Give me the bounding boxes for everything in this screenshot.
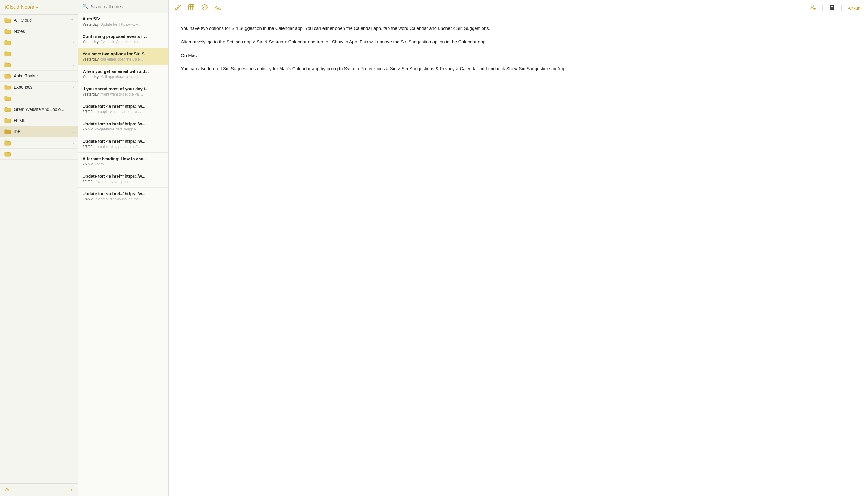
note-item-title: Update for: <a href="https://w... bbox=[82, 121, 164, 126]
note-item-date: Yesterday bbox=[82, 75, 98, 79]
sidebar-header: iCloud Notes ▾ bbox=[0, 0, 78, 15]
note-item-title: Confirming proposed events fr... bbox=[82, 34, 164, 39]
sidebar: iCloud Notes ▾ All iCloud⟳ Notes › › Ank… bbox=[0, 0, 78, 496]
note-list-item[interactable]: Auto 5G:YesterdayUpdate for: https://www… bbox=[78, 13, 169, 30]
note-list-item[interactable]: You have two options for Siri S...Yester… bbox=[78, 48, 169, 65]
note-paragraph: You can also turn off Siri Suggestions e… bbox=[181, 65, 856, 73]
svg-rect-9 bbox=[831, 6, 834, 10]
note-item-date: 2/4/22 bbox=[82, 180, 93, 184]
sidebar-item-label: All iCloud bbox=[14, 18, 69, 22]
note-list-item[interactable]: Update for: <a href="https://w...2/4/22-… bbox=[78, 170, 169, 188]
note-item-date: 2/7/22 bbox=[82, 145, 93, 149]
search-input[interactable] bbox=[91, 4, 164, 9]
format-icon[interactable]: Aa bbox=[215, 5, 221, 11]
note-item-meta: YesterdayEvents in Apps from kno... bbox=[82, 40, 164, 44]
table-icon[interactable] bbox=[188, 4, 195, 12]
user-chevron: ▾ bbox=[860, 6, 862, 10]
note-item-meta: Yesterdaymight want to set the <a ... bbox=[82, 92, 164, 96]
sidebar-item-folder-blank-4[interactable] bbox=[0, 93, 78, 104]
note-item-date: Yesterday bbox=[82, 40, 98, 44]
sidebar-item-folder-blank-5[interactable]: › bbox=[0, 137, 78, 149]
folder-icon bbox=[4, 151, 11, 157]
sidebar-item-label: Notes bbox=[14, 29, 74, 34]
notes-list-panel: 🔍 Auto 5G:YesterdayUpdate for: https://w… bbox=[78, 0, 169, 496]
folder-icon bbox=[4, 29, 11, 34]
note-item-meta: 2/7/22-to-uninstall-apps-on-mac/"... bbox=[82, 145, 164, 149]
note-item-date: 2/7/22 bbox=[82, 162, 93, 166]
folder-icon bbox=[4, 17, 11, 23]
loading-spinner-icon: ⟳ bbox=[71, 18, 74, 22]
note-item-date: Yesterday bbox=[82, 22, 98, 27]
note-item-preview: Update for: https://www.i... bbox=[100, 22, 142, 27]
note-list-item[interactable]: When you get an email with a d...Yesterd… bbox=[78, 65, 169, 83]
note-list-item[interactable]: Update for: <a href="https://w...2/7/22-… bbox=[78, 118, 169, 135]
trash-icon[interactable] bbox=[829, 4, 835, 12]
sidebar-item-label: HTML bbox=[14, 118, 74, 123]
note-item-title: Update for: <a href="https://w... bbox=[82, 174, 164, 179]
folder-icon bbox=[4, 84, 11, 90]
note-item-preview: <hr /> bbox=[94, 162, 104, 166]
user-label: Ankur bbox=[848, 5, 859, 11]
note-item-meta: YesterdayMail app shows a banner... bbox=[82, 75, 164, 79]
note-item-preview: -to-get-more-details-apps-... bbox=[94, 127, 139, 131]
app-title: iCloud Notes ▾ bbox=[5, 4, 38, 10]
folder-icon bbox=[4, 118, 11, 123]
sidebar-item-folder-blank-2[interactable] bbox=[0, 48, 78, 59]
sidebar-item-notes[interactable]: Notes bbox=[0, 26, 78, 37]
sidebar-item-all-icloud[interactable]: All iCloud⟳ bbox=[0, 15, 78, 26]
sidebar-item-great-website[interactable]: Great Website And Job o... bbox=[0, 104, 78, 115]
note-paragraph: Alternatively, go to the Settings app > … bbox=[181, 38, 856, 46]
compose-icon[interactable] bbox=[175, 4, 182, 12]
folder-icon bbox=[4, 95, 11, 101]
note-item-meta: 2/4/22-external-display-issues-ma-... bbox=[82, 197, 164, 201]
chevron-right-icon: › bbox=[73, 141, 74, 145]
note-item-date: 2/7/22 bbox=[82, 127, 93, 131]
sidebar-item-label: Great Website And Job o... bbox=[14, 107, 74, 112]
folder-icon bbox=[4, 129, 11, 135]
chevron-right-icon: › bbox=[73, 41, 74, 45]
sidebar-item-expenses[interactable]: Expenses› bbox=[0, 82, 78, 93]
sidebar-item-folder-blank-1[interactable]: › bbox=[0, 37, 78, 48]
note-item-title: You have two options for Siri S... bbox=[82, 51, 164, 56]
note-list-item[interactable]: Confirming proposed events fr...Yesterda… bbox=[78, 30, 169, 48]
toolbar-divider-2 bbox=[841, 5, 842, 12]
note-item-title: If you spend most of your day i... bbox=[82, 87, 164, 91]
note-item-preview: -external-display-issues-ma-... bbox=[94, 197, 143, 201]
note-item-preview: Mail app shows a banner... bbox=[100, 75, 143, 79]
svg-rect-0 bbox=[189, 4, 194, 10]
sidebar-item-idb[interactable]: iDB› bbox=[0, 126, 78, 137]
note-item-title: When you get an email with a d... bbox=[82, 69, 164, 74]
note-item-date: Yesterday bbox=[82, 92, 98, 96]
new-folder-icon[interactable]: + bbox=[70, 487, 73, 493]
sidebar-item-folder-blank-3[interactable]: › bbox=[0, 59, 78, 71]
note-list-item[interactable]: If you spend most of your day i...Yester… bbox=[78, 83, 169, 100]
note-list-item[interactable]: Update for: <a href="https://w...2/7/22-… bbox=[78, 100, 169, 118]
search-bar: 🔍 bbox=[78, 0, 169, 13]
sidebar-bottom: ⚙ + bbox=[0, 483, 78, 496]
note-item-date: 2/4/22 bbox=[82, 197, 93, 201]
app-title-chevron[interactable]: ▾ bbox=[36, 5, 38, 10]
note-list-item[interactable]: Update for: <a href="https://w...2/7/22-… bbox=[78, 135, 169, 153]
folder-icon bbox=[4, 51, 11, 56]
note-item-preview: -to-apple-watch-canned-re-... bbox=[94, 110, 141, 114]
note-item-date: 2/7/22 bbox=[82, 110, 93, 114]
settings-icon[interactable]: ⚙ bbox=[5, 487, 9, 493]
chevron-right-icon: › bbox=[73, 63, 74, 67]
note-list-item[interactable]: Alternate heading: How to cha...2/7/22<h… bbox=[78, 153, 169, 170]
folder-icon bbox=[4, 62, 11, 67]
chevron-right-icon: › bbox=[73, 85, 74, 90]
share-add-icon[interactable] bbox=[809, 4, 817, 12]
sidebar-item-ankurthakur[interactable]: AnkurThakur bbox=[0, 71, 78, 82]
note-item-title: Update for: <a href="https://w... bbox=[82, 104, 164, 109]
folder-icon bbox=[4, 107, 11, 112]
note-toolbar: Aa bbox=[169, 0, 868, 16]
note-item-meta: 2/4/22-favorites-safari-iphone-ipa-... bbox=[82, 180, 164, 184]
note-paragraph: You have two options for Siri Suggestion… bbox=[181, 25, 856, 32]
note-item-title: Update for: <a href="https://w... bbox=[82, 139, 164, 144]
sidebar-item-html[interactable]: HTML bbox=[0, 115, 78, 126]
user-menu[interactable]: Ankur ▾ bbox=[848, 5, 862, 11]
note-list-item[interactable]: Update for: <a href="https://w...2/4/22-… bbox=[78, 188, 169, 205]
sidebar-item-folder-blank-6[interactable] bbox=[0, 149, 78, 160]
checklist-icon[interactable] bbox=[201, 4, 208, 12]
note-item-title: Auto 5G: bbox=[82, 17, 164, 21]
